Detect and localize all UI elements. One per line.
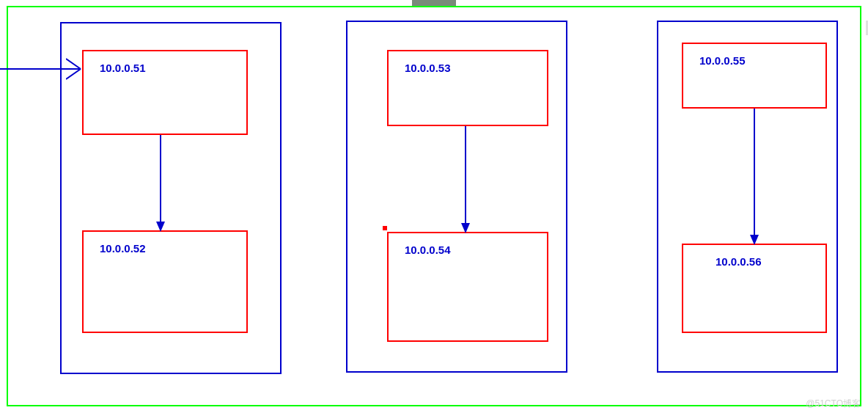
node-ip-label: 10.0.0.54	[405, 244, 451, 256]
svg-line-0	[66, 59, 81, 69]
node-ip-label: 10.0.0.53	[405, 62, 451, 74]
arrow-head-icon	[750, 235, 759, 245]
node-10-0-0-52: 10.0.0.52	[82, 230, 248, 333]
node-ip-label: 10.0.0.56	[716, 255, 762, 268]
arrow-line-51-to-52	[160, 135, 161, 230]
node-10-0-0-55: 10.0.0.55	[682, 43, 827, 109]
arrow-line-53-to-54	[465, 126, 466, 232]
node-ip-label: 10.0.0.55	[699, 54, 746, 67]
entry-arrow-head-icon	[66, 56, 87, 82]
node-10-0-0-53: 10.0.0.53	[387, 50, 548, 126]
svg-line-1	[66, 69, 81, 79]
arrow-head-icon	[156, 222, 165, 232]
node-ip-label: 10.0.0.52	[100, 242, 146, 255]
red-dot-marker	[383, 226, 387, 230]
node-ip-label: 10.0.0.51	[100, 62, 146, 74]
node-10-0-0-56: 10.0.0.56	[682, 244, 827, 333]
node-10-0-0-51: 10.0.0.51	[82, 50, 248, 135]
arrow-head-icon	[461, 223, 470, 233]
watermark-text: @51CTO博客	[806, 398, 861, 410]
node-10-0-0-54: 10.0.0.54	[387, 232, 548, 342]
arrow-line-55-to-56	[754, 109, 755, 244]
